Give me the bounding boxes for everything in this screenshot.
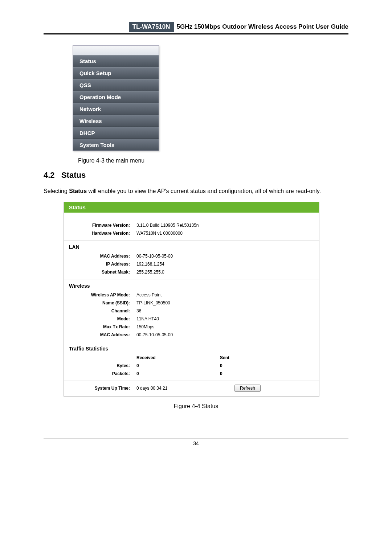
firmware-value: 3.11.0 Build 110905 Rel.50135n <box>136 223 220 228</box>
menu-item-wireless[interactable]: Wireless <box>73 115 159 127</box>
uptime-label: System Up Time: <box>64 386 136 391</box>
menu-item-operation-mode[interactable]: Operation Mode <box>73 91 159 103</box>
packets-sent: 0 <box>220 371 285 376</box>
lan-mac-value: 00-75-10-05-05-00 <box>136 254 220 259</box>
status-panel: Status Firmware Version: 3.11.0 Build 11… <box>64 202 319 397</box>
wireless-heading: Wireless <box>64 281 319 291</box>
menu-item-status[interactable]: Status <box>73 55 159 67</box>
figure-caption-status: Figure 4-4 Status <box>44 403 348 410</box>
guide-title: 5GHz 150Mbps Outdoor Wireless Access Poi… <box>177 23 348 30</box>
lan-ip-label: IP Address: <box>64 262 136 267</box>
wifi-rate-value: 150Mbps <box>136 324 220 329</box>
menu-item-qss[interactable]: QSS <box>73 79 159 91</box>
wifi-ssid-value: TP-LINK_050500 <box>136 300 220 305</box>
col-sent: Sent <box>220 355 285 360</box>
bytes-sent: 0 <box>220 363 285 368</box>
hardware-value: WA7510N v1 00000000 <box>136 231 220 236</box>
uptime-value: 0 days 00:34:21 <box>136 386 220 391</box>
figure-caption-menu: Figure 4-3 the main menu <box>78 157 348 164</box>
wifi-ssid-label: Name (SSID): <box>64 300 136 305</box>
lan-heading: LAN <box>64 242 319 252</box>
model-badge: TL-WA7510N <box>129 22 174 32</box>
menu-item-quick-setup[interactable]: Quick Setup <box>73 67 159 79</box>
menu-item-network[interactable]: Network <box>73 103 159 115</box>
status-panel-head: Status <box>64 202 319 213</box>
para-post: will enable you to view the AP's current… <box>87 188 321 194</box>
section-heading: 4.2 Status <box>44 171 348 180</box>
wifi-mode-label: Mode: <box>64 316 136 321</box>
footer-line <box>44 439 348 439</box>
wifi-apmode-value: Access Point <box>136 292 220 297</box>
page-number: 34 <box>44 440 348 446</box>
lan-mask-label: Subnet Mask: <box>64 270 136 275</box>
wifi-apmode-label: Wireless AP Mode: <box>64 292 136 297</box>
traffic-heading: Traffic Statistics <box>64 344 319 354</box>
hardware-label: Hardware Version: <box>64 231 136 236</box>
menu-top-bar <box>73 46 159 55</box>
wifi-rate-label: Max Tx Rate: <box>64 324 136 329</box>
menu-item-system-tools[interactable]: System Tools <box>73 139 159 151</box>
intro-paragraph: Selecting Status will enable you to view… <box>44 186 348 196</box>
refresh-button[interactable]: Refresh <box>234 385 261 392</box>
col-received: Received <box>136 355 220 360</box>
lan-mac-label: MAC Address: <box>64 254 136 259</box>
wifi-mac-value: 00-75-10-05-05-00 <box>136 332 220 337</box>
wifi-channel-label: Channel: <box>64 308 136 313</box>
para-bold: Status <box>69 188 87 194</box>
wifi-mode-value: 11NA HT40 <box>136 316 220 321</box>
firmware-label: Firmware Version: <box>64 223 136 228</box>
lan-mask-value: 255.255.255.0 <box>136 270 220 275</box>
page-header: TL-WA7510N 5GHz 150Mbps Outdoor Wireless… <box>44 22 348 34</box>
section-number: 4.2 <box>44 171 55 180</box>
wifi-mac-label: MAC Address: <box>64 332 136 337</box>
section-title: Status <box>61 171 86 180</box>
wifi-channel-value: 36 <box>136 308 220 313</box>
main-menu: Status Quick Setup QSS Operation Mode Ne… <box>73 45 159 151</box>
lan-ip-value: 192.168.1.254 <box>136 262 220 267</box>
bytes-recv: 0 <box>136 363 220 368</box>
para-pre: Selecting <box>44 188 69 194</box>
packets-label: Packets: <box>64 371 136 376</box>
bytes-label: Bytes: <box>64 363 136 368</box>
menu-item-dhcp[interactable]: DHCP <box>73 127 159 139</box>
packets-recv: 0 <box>136 371 220 376</box>
